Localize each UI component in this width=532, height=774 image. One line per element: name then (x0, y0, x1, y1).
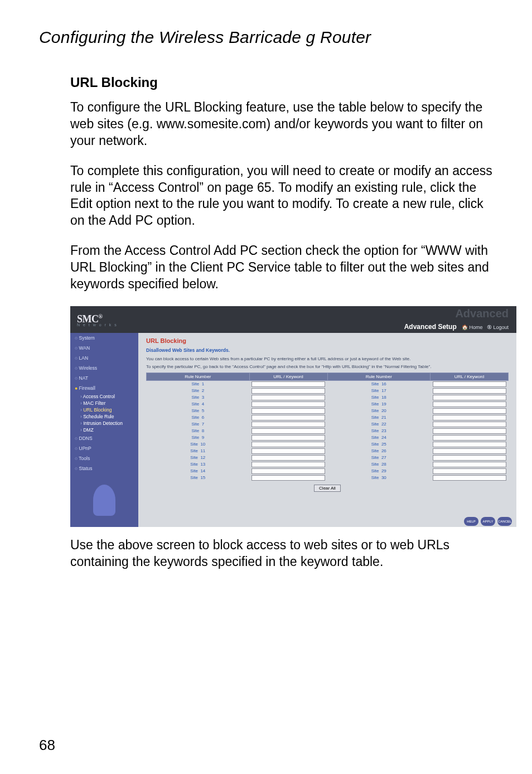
site-label-right: Site 17 (327, 388, 431, 394)
sidebar-item-firewall[interactable]: Firewall (70, 383, 138, 393)
site-label-right: Site 20 (327, 408, 431, 414)
site-label-left: Site 7 (147, 421, 250, 428)
advanced-setup-label: Advanced Setup 🏠 Home ⦿ Logout (404, 323, 509, 331)
sidebar-item-upnp[interactable]: UPnP (70, 443, 138, 453)
th-rule-left: Rule Number (147, 373, 250, 380)
url-input-left-13[interactable] (252, 462, 325, 467)
paragraph-1: To configure the URL Blocking feature, u… (70, 99, 493, 149)
site-label-left: Site 4 (147, 401, 250, 408)
sidebar-sub-mac-filter[interactable]: MAC Filter (70, 400, 138, 407)
panel-title: URL Blocking (146, 337, 509, 344)
site-label-right: Site 24 (327, 434, 431, 441)
apply-button[interactable]: APPLY (481, 517, 495, 526)
sidebar-item-wan[interactable]: WAN (70, 343, 138, 353)
site-label-left: Site 2 (147, 388, 250, 394)
url-input-right-26[interactable] (433, 448, 506, 454)
sidebar: System WAN LAN Wireless NAT Firewall Acc… (70, 333, 138, 527)
url-input-left-15[interactable] (252, 475, 325, 481)
main-panel: URL Blocking Disallowed Web Sites and Ke… (138, 333, 516, 527)
router-screenshot: SMC® N e t w o r k s Advanced Advanced S… (70, 306, 516, 527)
url-input-right-29[interactable] (433, 468, 506, 474)
th-rule-right: Rule Number (327, 373, 431, 380)
site-label-right: Site 29 (327, 468, 431, 475)
sidebar-item-lan[interactable]: LAN (70, 353, 138, 363)
url-input-left-6[interactable] (252, 415, 325, 420)
sidebar-item-system[interactable]: System (70, 333, 138, 343)
sidebar-sub-access-control[interactable]: Access Control (70, 393, 138, 400)
panel-subtitle: Disallowed Web Sites and Keywords. (146, 347, 509, 353)
th-url-left: URL / Keyword (249, 373, 327, 380)
panel-desc-2: To specify the particular PC, go back to… (146, 364, 509, 370)
site-label-left: Site 11 (147, 448, 250, 454)
sidebar-sub-schedule-rule[interactable]: Schedule Rule (70, 413, 138, 420)
url-input-left-10[interactable] (252, 442, 325, 447)
sidebar-sub-intrusion[interactable]: Intrusion Detection (70, 420, 138, 427)
url-input-right-25[interactable] (433, 442, 506, 447)
url-input-right-27[interactable] (433, 455, 506, 461)
th-url-right: URL / Keyword (431, 373, 509, 380)
sidebar-item-nat[interactable]: NAT (70, 373, 138, 383)
paragraph-2: To complete this configuration, you will… (70, 163, 493, 230)
paragraph-3: From the Access Control Add PC section c… (70, 243, 493, 293)
site-label-left: Site 5 (147, 408, 250, 414)
logout-link[interactable]: ⦿ Logout (487, 325, 509, 330)
site-label-left: Site 8 (147, 428, 250, 434)
networks-label: N e t w o r k s (77, 323, 118, 327)
site-label-left: Site 9 (147, 434, 250, 441)
sidebar-sub-dmz[interactable]: DMZ (70, 427, 138, 433)
sidebar-item-status[interactable]: Status (70, 463, 138, 473)
site-label-right: Site 26 (327, 448, 431, 454)
url-input-right-17[interactable] (433, 388, 506, 394)
url-input-right-28[interactable] (433, 462, 506, 467)
site-label-right: Site 19 (327, 401, 431, 408)
url-blocking-table: Rule Number URL / Keyword Rule Number UR… (146, 373, 509, 481)
site-label-left: Site 6 (147, 414, 250, 421)
site-label-right: Site 16 (327, 380, 431, 388)
site-label-left: Site 12 (147, 454, 250, 461)
url-input-left-11[interactable] (252, 448, 325, 454)
section-heading: URL Blocking (70, 75, 493, 90)
panel-desc-1: You can block access to certain Web site… (146, 356, 509, 362)
url-input-right-20[interactable] (433, 408, 506, 414)
url-input-right-18[interactable] (433, 395, 506, 400)
url-input-left-9[interactable] (252, 435, 325, 441)
site-label-right: Site 23 (327, 428, 431, 434)
home-link[interactable]: 🏠 Home (462, 325, 483, 330)
site-label-left: Site 13 (147, 461, 250, 468)
site-label-left: Site 15 (147, 475, 250, 481)
url-input-left-5[interactable] (252, 408, 325, 414)
url-input-right-22[interactable] (433, 422, 506, 427)
site-label-left: Site 10 (147, 441, 250, 448)
cancel-button[interactable]: CANCEL (497, 517, 512, 526)
url-input-left-14[interactable] (252, 468, 325, 474)
url-input-left-1[interactable] (252, 381, 325, 387)
url-input-left-12[interactable] (252, 455, 325, 461)
url-input-left-8[interactable] (252, 428, 325, 434)
sidebar-sub-url-blocking[interactable]: URL Blocking (70, 407, 138, 413)
sidebar-figure (70, 477, 138, 516)
advanced-ghost-text: Advanced (455, 307, 509, 320)
url-input-left-4[interactable] (252, 401, 325, 407)
url-input-right-23[interactable] (433, 428, 506, 434)
url-input-right-24[interactable] (433, 435, 506, 441)
clear-all-button[interactable]: Clear All (314, 485, 341, 492)
url-input-right-30[interactable] (433, 475, 506, 481)
url-input-left-7[interactable] (252, 422, 325, 427)
site-label-right: Site 18 (327, 394, 431, 401)
site-label-right: Site 27 (327, 454, 431, 461)
url-input-right-16[interactable] (433, 381, 506, 387)
url-input-left-3[interactable] (252, 395, 325, 400)
site-label-right: Site 25 (327, 441, 431, 448)
paragraph-4: Use the above screen to block access to … (70, 537, 493, 570)
sidebar-item-wireless[interactable]: Wireless (70, 363, 138, 373)
site-label-left: Site 3 (147, 394, 250, 401)
help-button[interactable]: HELP (464, 517, 478, 526)
site-label-right: Site 28 (327, 461, 431, 468)
sidebar-item-ddns[interactable]: DDNS (70, 433, 138, 443)
url-input-left-2[interactable] (252, 388, 325, 394)
url-input-right-21[interactable] (433, 415, 506, 420)
url-input-right-19[interactable] (433, 401, 506, 407)
sidebar-item-tools[interactable]: Tools (70, 453, 138, 463)
screenshot-header: SMC® N e t w o r k s Advanced Advanced S… (70, 306, 516, 333)
site-label-left: Site 14 (147, 468, 250, 475)
